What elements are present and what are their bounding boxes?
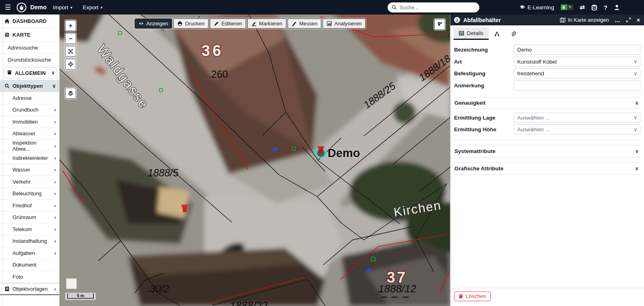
- sidebar-item-adresssuche[interactable]: Adresssuche: [0, 42, 59, 54]
- anmerkung-input[interactable]: [514, 81, 640, 91]
- show-in-map-button[interactable]: In Karte anzeigen: [560, 17, 609, 23]
- sidebar-item-karte[interactable]: KARTE: [0, 28, 59, 42]
- art-select[interactable]: Kunststoff Kübel: [514, 57, 640, 67]
- scale-bar: 5 m: [65, 292, 96, 300]
- hamburger-menu-icon[interactable]: ☰: [5, 3, 11, 12]
- sidebar-item-adresse[interactable]: Adresse: [0, 92, 59, 104]
- sidebar-item-instandhaltung[interactable]: Instandhaltung‹: [0, 236, 59, 248]
- top-navbar: ☰ Demo Import▾ Export▾ E-Learning 6 ✎ ⇄: [0, 0, 644, 14]
- import-menu[interactable]: Import▾: [53, 4, 72, 10]
- map-mode-toolbar: Anzeigen Drucken Editieren Markieren Mes…: [134, 19, 365, 29]
- chevron-down-icon: ∨: [634, 115, 637, 120]
- tab-details[interactable]: Details: [454, 27, 489, 40]
- tool-markieren[interactable]: Markieren: [247, 19, 286, 29]
- tab-attachments[interactable]: [505, 27, 522, 40]
- sidebar-item-objektvorlagen[interactable]: Objektvorlagen ‹: [0, 283, 59, 295]
- collapse-left-icon: ‹: [54, 250, 56, 256]
- ermittlung-hoehe-select[interactable]: Auswählen ...: [514, 124, 640, 134]
- sidebar-item-abwasser[interactable]: Abwasser‹: [0, 128, 59, 140]
- expand-panel-icon[interactable]: [626, 17, 631, 23]
- befestigung-select[interactable]: freistehend: [514, 68, 640, 79]
- selected-feature-demo[interactable]: Demo: [315, 146, 360, 159]
- search-input[interactable]: [400, 4, 475, 10]
- sidebar-item-beleuchtung[interactable]: Beleuchtung‹: [0, 188, 59, 200]
- ermittlung-lage-select[interactable]: Auswählen ...: [514, 113, 640, 123]
- sidebar-item-foto[interactable]: Foto: [0, 271, 59, 283]
- panel-header: i Abfallbehälter In Karte anzeigen … ×: [450, 14, 644, 25]
- field-label-ermittlung-hoehe: Ermittlung Höhe: [454, 126, 514, 132]
- sidebar-item-grundstueckssuche[interactable]: Grundstückssuche: [0, 54, 59, 66]
- search-icon: [4, 83, 10, 89]
- database-icon[interactable]: [591, 4, 597, 10]
- swap-arrows-icon[interactable]: ⇄: [580, 4, 585, 11]
- measure-pen-icon: [291, 21, 297, 26]
- chevron-down-icon: ∨: [634, 127, 637, 132]
- export-menu[interactable]: Export▾: [83, 4, 103, 10]
- map-label-demo: Demo: [328, 147, 360, 159]
- chevron-down-icon: ∨: [634, 59, 637, 64]
- global-search[interactable]: [388, 2, 479, 12]
- more-options-icon[interactable]: …: [615, 17, 620, 23]
- sidebar-item-aufgaben[interactable]: Aufgaben‹: [0, 247, 59, 259]
- layers-button[interactable]: [65, 88, 76, 99]
- delete-button[interactable]: Löschen: [454, 292, 491, 301]
- add-marker-button[interactable]: [434, 19, 445, 30]
- map-controls: + −: [65, 20, 76, 99]
- locate-button[interactable]: [65, 59, 76, 70]
- scale-label: 5 m: [67, 294, 94, 299]
- sidebar-item-wasser[interactable]: Wasser‹: [0, 164, 59, 176]
- field-label-art: Art: [454, 59, 514, 65]
- panel-body: Bezeichnung Art Kunststoff Kübel ∨ Befes…: [450, 40, 644, 288]
- section-grafische-attribute[interactable]: Grafische Attribute ∨: [454, 162, 640, 175]
- map-label-parcel30-2: .30/2: [147, 283, 169, 294]
- elearning-link[interactable]: E-Learning: [520, 4, 554, 10]
- close-panel-icon[interactable]: ×: [637, 17, 640, 23]
- allgemein-selector[interactable]: ALLGEMEIN ∨: [4, 67, 57, 79]
- bezeichnung-input[interactable]: [514, 45, 640, 55]
- sidebar-item-dashboard[interactable]: DASHBOARD: [0, 14, 59, 28]
- zoom-out-button[interactable]: −: [65, 33, 76, 44]
- collapse-left-icon: ‹: [54, 155, 56, 161]
- sidebar-item-dokument[interactable]: Dokument: [0, 259, 59, 271]
- notification-badge[interactable]: 6 ✎: [561, 4, 574, 10]
- sidebar-item-indirekteinleiter[interactable]: Indirekteinleiter‹: [0, 152, 59, 164]
- search-icon: [392, 5, 397, 10]
- section-systemattribute[interactable]: Systemattribute ∨: [454, 145, 640, 157]
- sidebar-item-telekom[interactable]: Telekom‹: [0, 223, 59, 236]
- overview-map-button[interactable]: [66, 278, 77, 289]
- chevron-down-icon: ∨: [635, 148, 639, 154]
- help-icon[interactable]: ?: [604, 4, 607, 11]
- tab-relations[interactable]: [489, 27, 505, 40]
- fullscreen-button[interactable]: [65, 46, 76, 57]
- tool-anzeigen[interactable]: Anzeigen: [134, 19, 172, 29]
- sidebar-item-grundbuch[interactable]: Grundbuch‹: [0, 104, 59, 116]
- zoom-in-button[interactable]: +: [65, 20, 76, 31]
- panel-tabs: Details: [450, 25, 644, 40]
- collapse-left-icon: ‹: [54, 203, 56, 209]
- collapse-left-icon: ‹: [54, 238, 56, 244]
- genauigkeit-header[interactable]: Genauigkeit ∧: [454, 97, 640, 109]
- paperclip-icon: [511, 31, 516, 37]
- user-profile-icon[interactable]: [614, 4, 620, 10]
- tool-editieren[interactable]: Editieren: [210, 19, 246, 29]
- chevron-down-icon[interactable]: ∨: [52, 70, 55, 76]
- map-label-parcel260: .260: [208, 68, 228, 80]
- sidebar-item-gruenraum[interactable]: Grünraum‹: [0, 212, 59, 224]
- tool-messen[interactable]: Messen: [287, 19, 322, 29]
- app-logo: [17, 2, 27, 12]
- map-icon: [560, 17, 566, 23]
- sidebar-item-verkehr[interactable]: Verkehr‹: [0, 176, 59, 188]
- highlighter-icon: [251, 21, 256, 26]
- table-icon: [459, 31, 464, 36]
- pencil-icon: ✎: [567, 4, 574, 10]
- tool-analysieren[interactable]: Analysieren: [323, 19, 366, 29]
- tool-drucken[interactable]: Drucken: [173, 19, 208, 29]
- field-label-befestigung: Befestigung: [454, 70, 514, 76]
- map-canvas[interactable]: 36 .260 Waldgasse 1888/25 1888/18 1888/5…: [60, 14, 450, 306]
- sidebar-item-inspektion-abwasser[interactable]: Inspektion Abwa...‹: [0, 140, 59, 152]
- sidebar-item-friedhof[interactable]: Friedhof‹: [0, 200, 59, 212]
- sidebar-item-objekttypen[interactable]: Objekttypen ∨: [0, 80, 59, 92]
- app-root: ☰ Demo Import▾ Export▾ E-Learning 6 ✎ ⇄: [0, 0, 644, 306]
- object-detail-panel: i Abfallbehälter In Karte anzeigen … ×: [450, 14, 644, 306]
- sidebar-item-immobilien[interactable]: Immobilien‹: [0, 116, 59, 128]
